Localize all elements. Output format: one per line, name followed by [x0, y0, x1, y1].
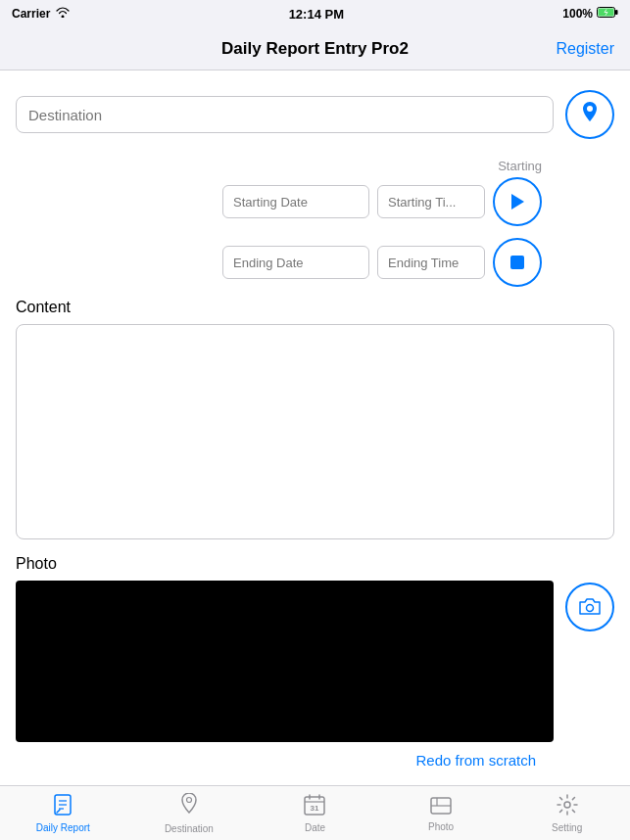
tab-daily-report-label: Daily Report: [36, 822, 90, 833]
tab-setting-label: Setting: [552, 822, 582, 833]
tab-daily-report[interactable]: Daily Report: [0, 794, 126, 833]
date-tab-icon: 31: [304, 794, 325, 820]
location-button[interactable]: [565, 90, 614, 139]
photo-side: [565, 555, 614, 631]
content-label: Content: [16, 299, 614, 316]
header-title: Daily Report Entry Pro2: [221, 39, 409, 59]
starting-label: Starting: [16, 159, 614, 173]
battery-icon: [597, 7, 618, 21]
redo-row: Redo from scratch: [16, 742, 614, 779]
status-left: Carrier: [12, 7, 70, 21]
photo-section: Photo: [16, 555, 614, 742]
photo-container: Photo: [16, 555, 554, 742]
photo-tab-icon: [430, 795, 452, 819]
tab-photo[interactable]: Photo: [378, 795, 505, 832]
tab-setting[interactable]: Setting: [504, 794, 630, 833]
status-bar: Carrier 12:14 PM 100%: [0, 0, 630, 27]
destination-row: [16, 90, 614, 139]
wifi-icon: [56, 7, 70, 21]
tab-photo-label: Photo: [428, 821, 454, 832]
photo-area: [16, 581, 554, 742]
starting-date-input[interactable]: [222, 185, 369, 218]
svg-point-12: [186, 797, 191, 802]
redo-button[interactable]: Redo from scratch: [415, 752, 536, 769]
main-content: Starting Content Photo: [0, 70, 630, 785]
play-button[interactable]: [493, 177, 542, 226]
svg-text:31: 31: [311, 804, 319, 813]
photo-label: Photo: [16, 555, 554, 573]
tab-destination[interactable]: Destination: [126, 793, 253, 834]
carrier-label: Carrier: [12, 7, 50, 21]
tab-date-label: Date: [305, 822, 325, 833]
tab-destination-label: Destination: [165, 823, 214, 834]
destination-tab-icon: [180, 793, 198, 821]
tab-date[interactable]: 31 Date: [252, 794, 378, 833]
ending-time-input[interactable]: [377, 246, 485, 279]
destination-input[interactable]: [16, 96, 554, 133]
ending-date-input[interactable]: [222, 246, 369, 279]
tab-bar: Daily Report Destination 31 Date: [0, 785, 630, 840]
daily-report-icon: [52, 794, 73, 820]
svg-point-6: [587, 605, 594, 612]
header: Daily Report Entry Pro2 Register: [0, 27, 630, 70]
svg-line-11: [57, 810, 60, 813]
status-right: 100%: [562, 7, 618, 21]
camera-button[interactable]: [565, 583, 614, 631]
svg-rect-2: [615, 10, 618, 15]
content-textarea[interactable]: [16, 324, 614, 539]
starting-datetime-row: [16, 177, 614, 226]
battery-label: 100%: [562, 7, 593, 21]
svg-point-4: [587, 106, 593, 112]
status-time: 12:14 PM: [289, 7, 344, 22]
ending-datetime-row: [16, 238, 614, 287]
starting-time-input[interactable]: [377, 185, 485, 218]
stop-button[interactable]: [493, 238, 542, 287]
svg-rect-5: [510, 256, 524, 269]
register-button[interactable]: Register: [556, 40, 614, 58]
setting-tab-icon: [557, 794, 578, 820]
svg-point-21: [564, 802, 570, 808]
